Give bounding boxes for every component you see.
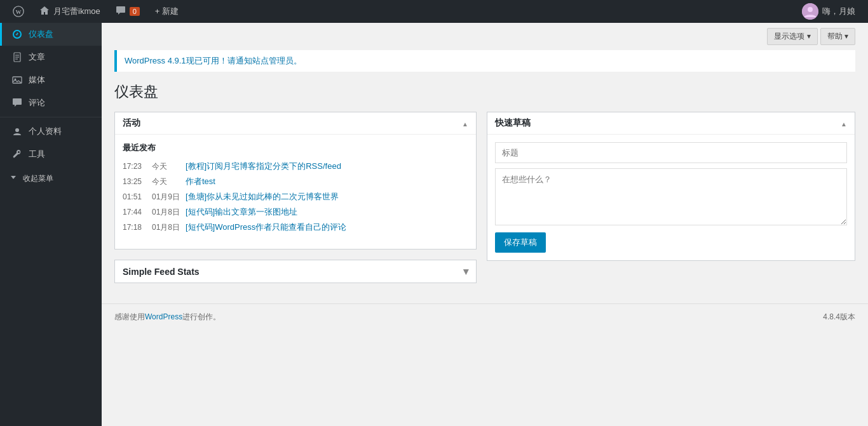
activity-widget: 活动 最近发布 17:23 今天 [教程]订阅月宅博客指定分类下的RSS/fee…	[114, 112, 477, 250]
quick-draft-header[interactable]: 快速草稿	[487, 112, 855, 135]
adminbar-notifications[interactable]: 0	[109, 0, 146, 23]
footer-version: 4.8.4版本	[823, 312, 855, 323]
simple-feed-stats-toggle-icon	[463, 265, 468, 277]
footer-thanks-text: 感谢使用	[114, 312, 145, 321]
activity-row-1: 17:23 今天 [教程]订阅月宅博客指定分类下的RSS/feed	[123, 159, 468, 174]
sidebar-profile-label: 个人资料	[29, 126, 62, 137]
activity-row-5: 17:18 01月8日 [短代码]WordPress作者只能查看自己的评论	[123, 220, 468, 235]
main-content: 显示选项 ▾ 帮助 ▾ WordPress 4.9.1现已可用！请通知站点管理员…	[102, 23, 868, 426]
collapse-label: 收起菜单	[23, 173, 53, 184]
comment-icon	[11, 97, 24, 109]
recent-posts-section: 最近发布 17:23 今天 [教程]订阅月宅博客指定分类下的RSS/feed 1…	[123, 142, 468, 235]
media-icon	[11, 74, 24, 86]
sidebar-comments-label: 评论	[29, 97, 45, 109]
date-1: 今天	[152, 161, 180, 172]
help-button[interactable]: 帮助 ▾	[820, 28, 855, 45]
quick-draft-widget: 快速草稿 保存草稿	[487, 112, 855, 261]
sidebar-item-media[interactable]: 媒体	[0, 69, 102, 91]
activity-widget-header[interactable]: 活动	[115, 112, 476, 135]
adminbar-wp-logo[interactable]: W	[6, 0, 31, 23]
comment-icon	[116, 6, 126, 18]
footer-thanks-suffix: 进行创作。	[182, 312, 220, 321]
activity-title: 活动	[123, 117, 140, 129]
post-link-4[interactable]: [短代码]输出文章第一张图地址	[186, 206, 297, 218]
time-3: 01:51	[123, 192, 147, 201]
adminbar-site-name[interactable]: 月宅蕾ikmoe	[33, 0, 107, 23]
sidebar-divider	[0, 117, 102, 117]
sidebar-collapse[interactable]: 收起菜单	[0, 168, 102, 189]
collapse-icon	[9, 173, 18, 184]
user-icon	[11, 125, 24, 138]
notifications-count: 0	[130, 7, 140, 16]
sidebar-item-tools[interactable]: 工具	[0, 143, 102, 166]
new-label: + 新建	[155, 6, 179, 17]
activity-content: 最近发布 17:23 今天 [教程]订阅月宅博客指定分类下的RSS/feed 1…	[115, 135, 476, 249]
post-link-5[interactable]: [短代码]WordPress作者只能查看自己的评论	[186, 222, 346, 233]
page-title: 仪表盘	[102, 82, 868, 112]
adminbar-new[interactable]: + 新建	[149, 0, 185, 23]
svg-text:W: W	[16, 9, 22, 15]
dashboard-columns: 活动 最近发布 17:23 今天 [教程]订阅月宅博客指定分类下的RSS/fee…	[102, 112, 868, 293]
time-1: 17:23	[123, 162, 147, 171]
simple-feed-stats-title: Simple Feed Stats	[123, 267, 200, 277]
update-notice-link[interactable]: WordPress 4.9.1现已可用！请通知站点管理员。	[125, 55, 302, 67]
sidebar-item-comments[interactable]: 评论	[0, 91, 102, 114]
post-link-3[interactable]: [鱼塘]你从未见过如此棒的二次元博客世界	[186, 191, 339, 203]
site-name-label: 月宅蕾ikmoe	[53, 6, 100, 17]
simple-feed-stats-header[interactable]: Simple Feed Stats	[115, 260, 476, 283]
sidebar-posts-label: 文章	[29, 51, 45, 63]
sidebar-dashboard-label: 仪表盘	[29, 29, 53, 40]
time-2: 13:25	[123, 177, 147, 186]
user-avatar	[802, 3, 818, 20]
document-icon	[11, 51, 24, 63]
date-4: 01月8日	[152, 207, 180, 218]
save-draft-button[interactable]: 保存草稿	[495, 232, 546, 253]
simple-feed-stats-widget: Simple Feed Stats	[114, 260, 477, 283]
date-5: 01月8日	[152, 222, 180, 233]
activity-row-4: 17:44 01月8日 [短代码]输出文章第一张图地址	[123, 204, 468, 220]
activity-row-3: 01:51 01月9日 [鱼塘]你从未见过如此棒的二次元博客世界	[123, 189, 468, 204]
tools-icon	[11, 148, 24, 161]
left-column: 活动 最近发布 17:23 今天 [教程]订阅月宅博客指定分类下的RSS/fee…	[114, 112, 477, 293]
draft-content-textarea[interactable]	[495, 168, 847, 225]
main-wrapper: 仪表盘 文章 媒体 评论 个人资料	[0, 23, 868, 426]
adminbar-left: W 月宅蕾ikmoe 0 + 新建	[6, 0, 796, 23]
adminbar-user[interactable]: 嗨，月娘	[796, 0, 862, 23]
admin-bar: W 月宅蕾ikmoe 0 + 新建	[0, 0, 868, 23]
quick-draft-title: 快速草稿	[495, 117, 531, 129]
home-icon	[39, 6, 50, 18]
quick-draft-toggle-icon	[841, 117, 847, 129]
date-3: 01月9日	[152, 192, 180, 203]
post-link-2[interactable]: 作者test	[186, 176, 215, 187]
update-notice: WordPress 4.9.1现已可用！请通知站点管理员。	[114, 50, 855, 72]
svg-point-3	[808, 7, 813, 12]
gauge-icon	[11, 28, 24, 41]
date-2: 今天	[152, 176, 180, 187]
activity-toggle-icon	[462, 117, 468, 129]
activity-row-2: 13:25 今天 作者test	[123, 174, 468, 189]
time-4: 17:44	[123, 208, 147, 216]
svg-point-10	[15, 128, 19, 132]
recent-posts-heading: 最近发布	[123, 142, 468, 154]
post-link-1[interactable]: [教程]订阅月宅博客指定分类下的RSS/feed	[186, 161, 341, 172]
adminbar-right: 嗨，月娘	[796, 0, 862, 23]
admin-sidebar: 仪表盘 文章 媒体 评论 个人资料	[0, 23, 102, 426]
sidebar-tools-label: 工具	[29, 149, 45, 160]
sidebar-media-label: 媒体	[29, 74, 45, 86]
quick-draft-content: 保存草稿	[487, 135, 855, 260]
draft-title-input[interactable]	[495, 142, 847, 163]
sidebar-item-dashboard[interactable]: 仪表盘	[0, 23, 102, 46]
right-column: 快速草稿 保存草稿	[487, 112, 855, 293]
sidebar-item-profile[interactable]: 个人资料	[0, 120, 102, 143]
time-5: 17:18	[123, 223, 147, 232]
sidebar-item-posts[interactable]: 文章	[0, 46, 102, 69]
screen-meta-links: 显示选项 ▾ 帮助 ▾	[102, 23, 868, 50]
footer-thanks: 感谢使用WordPress进行创作。	[114, 312, 220, 323]
wordpress-icon: W	[13, 6, 24, 17]
display-options-button[interactable]: 显示选项 ▾	[767, 28, 817, 45]
user-greeting: 嗨，月娘	[822, 6, 855, 17]
footer-wp-link[interactable]: WordPress	[145, 312, 182, 321]
footer: 感谢使用WordPress进行创作。 4.8.4版本	[102, 303, 868, 330]
